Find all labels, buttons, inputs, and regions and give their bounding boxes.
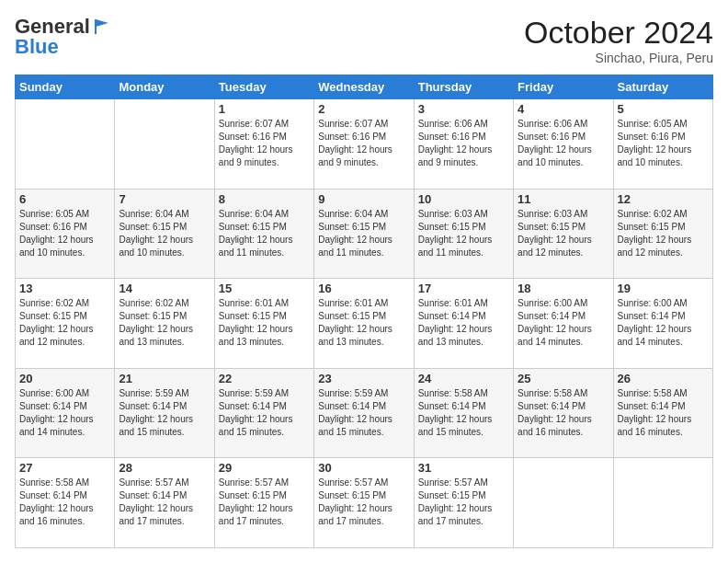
table-row <box>613 458 712 548</box>
table-row <box>16 99 115 190</box>
day-info: Sunrise: 5:57 AM Sunset: 6:14 PM Dayligh… <box>119 477 210 528</box>
table-row: 14Sunrise: 6:02 AM Sunset: 6:15 PM Dayli… <box>115 279 214 369</box>
logo: General Blue <box>15 15 112 59</box>
header-thursday: Thursday <box>414 75 513 99</box>
table-row: 10Sunrise: 6:03 AM Sunset: 6:15 PM Dayli… <box>414 189 513 279</box>
table-row: 19Sunrise: 6:00 AM Sunset: 6:14 PM Dayli… <box>613 279 712 369</box>
header-tuesday: Tuesday <box>214 75 313 99</box>
table-row: 23Sunrise: 5:59 AM Sunset: 6:14 PM Dayli… <box>314 368 414 458</box>
table-row: 15Sunrise: 6:01 AM Sunset: 6:15 PM Dayli… <box>214 279 313 369</box>
table-row: 30Sunrise: 5:57 AM Sunset: 6:15 PM Dayli… <box>314 458 414 548</box>
day-info: Sunrise: 6:01 AM Sunset: 6:15 PM Dayligh… <box>318 297 409 349</box>
day-number: 19 <box>618 282 709 295</box>
svg-marker-0 <box>96 19 108 27</box>
day-info: Sunrise: 6:02 AM Sunset: 6:15 PM Dayligh… <box>119 297 210 349</box>
calendar-table: Sunday Monday Tuesday Wednesday Thursday… <box>15 75 713 548</box>
day-info: Sunrise: 6:01 AM Sunset: 6:15 PM Dayligh… <box>219 297 310 349</box>
day-info: Sunrise: 6:06 AM Sunset: 6:16 PM Dayligh… <box>418 118 509 169</box>
table-row: 2Sunrise: 6:07 AM Sunset: 6:16 PM Daylig… <box>314 99 414 190</box>
day-info: Sunrise: 5:58 AM Sunset: 6:14 PM Dayligh… <box>518 387 609 439</box>
day-number: 20 <box>19 372 110 385</box>
table-row: 8Sunrise: 6:04 AM Sunset: 6:15 PM Daylig… <box>214 189 313 279</box>
day-number: 17 <box>418 282 509 295</box>
day-number: 28 <box>119 461 210 475</box>
day-number: 2 <box>318 102 409 116</box>
day-info: Sunrise: 5:58 AM Sunset: 6:14 PM Dayligh… <box>618 387 709 439</box>
title-section: October 2024 Sinchao, Piura, Peru <box>524 15 713 65</box>
table-row <box>115 99 214 190</box>
calendar-week-row: 13Sunrise: 6:02 AM Sunset: 6:15 PM Dayli… <box>16 279 713 369</box>
table-row <box>514 458 613 548</box>
day-info: Sunrise: 6:00 AM Sunset: 6:14 PM Dayligh… <box>618 297 709 349</box>
day-number: 3 <box>418 102 509 116</box>
day-info: Sunrise: 5:59 AM Sunset: 6:14 PM Dayligh… <box>219 387 310 439</box>
day-info: Sunrise: 5:57 AM Sunset: 6:15 PM Dayligh… <box>219 477 310 528</box>
day-info: Sunrise: 6:02 AM Sunset: 6:15 PM Dayligh… <box>618 208 709 259</box>
day-info: Sunrise: 5:58 AM Sunset: 6:14 PM Dayligh… <box>418 387 509 439</box>
day-number: 24 <box>418 372 509 385</box>
table-row: 4Sunrise: 6:06 AM Sunset: 6:16 PM Daylig… <box>514 99 613 190</box>
day-number: 16 <box>318 282 409 295</box>
day-number: 11 <box>518 192 609 206</box>
day-number: 30 <box>318 461 409 475</box>
day-info: Sunrise: 6:06 AM Sunset: 6:16 PM Dayligh… <box>518 118 609 169</box>
day-info: Sunrise: 6:01 AM Sunset: 6:14 PM Dayligh… <box>418 297 509 349</box>
day-number: 21 <box>119 372 210 385</box>
table-row: 22Sunrise: 5:59 AM Sunset: 6:14 PM Dayli… <box>214 368 313 458</box>
table-row: 1Sunrise: 6:07 AM Sunset: 6:16 PM Daylig… <box>214 99 313 190</box>
day-number: 13 <box>19 282 110 295</box>
day-number: 23 <box>318 372 409 385</box>
day-info: Sunrise: 6:04 AM Sunset: 6:15 PM Dayligh… <box>219 208 310 259</box>
table-row: 12Sunrise: 6:02 AM Sunset: 6:15 PM Dayli… <box>613 189 712 279</box>
day-number: 25 <box>518 372 609 385</box>
month-title: October 2024 <box>524 15 713 51</box>
day-number: 1 <box>219 102 310 116</box>
day-info: Sunrise: 6:03 AM Sunset: 6:15 PM Dayligh… <box>418 208 509 259</box>
day-number: 12 <box>618 192 709 206</box>
day-info: Sunrise: 6:00 AM Sunset: 6:14 PM Dayligh… <box>19 387 110 439</box>
day-number: 22 <box>219 372 310 385</box>
day-info: Sunrise: 6:07 AM Sunset: 6:16 PM Dayligh… <box>219 118 310 169</box>
day-number: 9 <box>318 192 409 206</box>
day-info: Sunrise: 5:57 AM Sunset: 6:15 PM Dayligh… <box>418 477 509 528</box>
table-row: 7Sunrise: 6:04 AM Sunset: 6:15 PM Daylig… <box>115 189 214 279</box>
header-saturday: Saturday <box>613 75 712 99</box>
day-number: 26 <box>618 372 709 385</box>
table-row: 16Sunrise: 6:01 AM Sunset: 6:15 PM Dayli… <box>314 279 414 369</box>
calendar-week-row: 6Sunrise: 6:05 AM Sunset: 6:16 PM Daylig… <box>16 189 713 279</box>
table-row: 31Sunrise: 5:57 AM Sunset: 6:15 PM Dayli… <box>414 458 513 548</box>
day-number: 31 <box>418 461 509 475</box>
header-sunday: Sunday <box>16 75 115 99</box>
table-row: 25Sunrise: 5:58 AM Sunset: 6:14 PM Dayli… <box>514 368 613 458</box>
day-number: 6 <box>19 192 110 206</box>
table-row: 3Sunrise: 6:06 AM Sunset: 6:16 PM Daylig… <box>414 99 513 190</box>
table-row: 13Sunrise: 6:02 AM Sunset: 6:15 PM Dayli… <box>16 279 115 369</box>
table-row: 28Sunrise: 5:57 AM Sunset: 6:14 PM Dayli… <box>115 458 214 548</box>
day-info: Sunrise: 6:00 AM Sunset: 6:14 PM Dayligh… <box>518 297 609 349</box>
table-row: 5Sunrise: 6:05 AM Sunset: 6:16 PM Daylig… <box>613 99 712 190</box>
header-friday: Friday <box>514 75 613 99</box>
day-number: 5 <box>618 102 709 116</box>
table-row: 17Sunrise: 6:01 AM Sunset: 6:14 PM Dayli… <box>414 279 513 369</box>
table-row: 18Sunrise: 6:00 AM Sunset: 6:14 PM Dayli… <box>514 279 613 369</box>
day-number: 15 <box>219 282 310 295</box>
location-subtitle: Sinchao, Piura, Peru <box>524 51 713 65</box>
day-number: 27 <box>19 461 110 475</box>
day-number: 4 <box>518 102 609 116</box>
day-info: Sunrise: 6:04 AM Sunset: 6:15 PM Dayligh… <box>318 208 409 259</box>
calendar-week-row: 27Sunrise: 5:58 AM Sunset: 6:14 PM Dayli… <box>16 458 713 548</box>
day-info: Sunrise: 6:04 AM Sunset: 6:15 PM Dayligh… <box>119 208 210 259</box>
day-info: Sunrise: 5:59 AM Sunset: 6:14 PM Dayligh… <box>318 387 409 439</box>
day-number: 7 <box>119 192 210 206</box>
table-row: 24Sunrise: 5:58 AM Sunset: 6:14 PM Dayli… <box>414 368 513 458</box>
table-row: 11Sunrise: 6:03 AM Sunset: 6:15 PM Dayli… <box>514 189 613 279</box>
day-info: Sunrise: 5:57 AM Sunset: 6:15 PM Dayligh… <box>318 477 409 528</box>
page: General Blue October 2024 Sinchao, Piura… <box>0 0 728 563</box>
table-row: 9Sunrise: 6:04 AM Sunset: 6:15 PM Daylig… <box>314 189 414 279</box>
day-info: Sunrise: 6:03 AM Sunset: 6:15 PM Dayligh… <box>518 208 609 259</box>
table-row: 26Sunrise: 5:58 AM Sunset: 6:14 PM Dayli… <box>613 368 712 458</box>
table-row: 29Sunrise: 5:57 AM Sunset: 6:15 PM Dayli… <box>214 458 313 548</box>
day-info: Sunrise: 5:58 AM Sunset: 6:14 PM Dayligh… <box>19 477 110 528</box>
calendar-week-row: 1Sunrise: 6:07 AM Sunset: 6:16 PM Daylig… <box>16 99 713 190</box>
logo-flag-icon <box>92 16 112 36</box>
